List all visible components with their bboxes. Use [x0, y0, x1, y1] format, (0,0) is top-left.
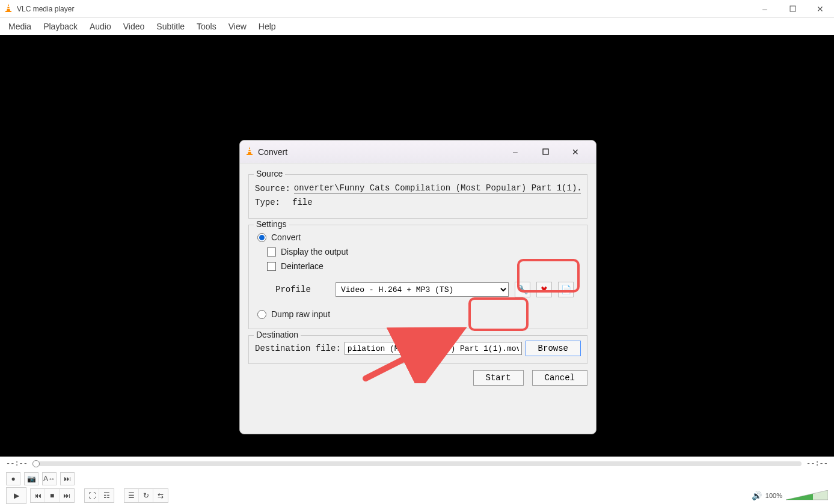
loop-ab-button[interactable]: A↔	[42, 472, 57, 485]
menu-help[interactable]: Help	[253, 20, 282, 33]
source-value: onverter\Funny Cats Compilation (Most Po…	[294, 183, 581, 194]
main-titlebar: VLC media player – ✕	[0, 0, 834, 18]
deinterlace-label: Deinterlace	[281, 261, 323, 271]
snapshot-button[interactable]: 📷	[24, 472, 38, 485]
svg-rect-7	[248, 149, 251, 150]
vlc-cone-icon	[4, 3, 13, 15]
browse-button[interactable]: Browse	[526, 341, 581, 356]
settings-legend: Settings	[254, 219, 289, 229]
cancel-button[interactable]: Cancel	[532, 370, 587, 386]
loop-icon: ↻	[143, 491, 149, 500]
time-elapsed: --:--	[6, 460, 28, 468]
checkbox-icon	[267, 247, 276, 257]
svg-rect-4	[790, 6, 796, 11]
volume-percent: 100%	[765, 492, 782, 499]
menu-bar: Media Playback Audio Video Subtitle Tool…	[0, 18, 834, 35]
profile-label: Profile	[275, 285, 330, 294]
play-button[interactable]: ▶	[6, 487, 26, 504]
time-total: --:--	[806, 460, 828, 468]
menu-tools[interactable]: Tools	[191, 20, 222, 33]
playlist-group: ☰ ↻ ⇆	[124, 488, 168, 503]
convert-radio-label: Convert	[271, 232, 301, 242]
menu-audio[interactable]: Audio	[84, 20, 117, 33]
fullscreen-button[interactable]: ⛶	[85, 489, 99, 502]
main-maximize-button[interactable]	[779, 0, 806, 18]
dialog-title: Convert	[258, 147, 287, 157]
source-label: Source:	[255, 184, 290, 193]
playlist-button[interactable]: ☰	[124, 489, 139, 502]
svg-rect-9	[543, 149, 548, 154]
menu-video[interactable]: Video	[117, 20, 151, 33]
main-window-controls: – ✕	[751, 0, 834, 18]
svg-rect-8	[248, 151, 251, 151]
playback-controls-row: ▶ ⏮ ■ ⏭ ⛶ ☶ ☰ ↻ ⇆ 🔊 100%	[0, 487, 834, 504]
dialog-window-controls: – ✕	[506, 144, 591, 160]
dump-raw-label: Dump raw input	[271, 309, 330, 319]
destination-group: Destination Destination file: Browse	[248, 335, 587, 364]
shuffle-icon: ⇆	[158, 491, 164, 500]
frame-step-icon: ⏭	[64, 475, 71, 483]
settings-group: Settings Convert Display the output Dein…	[248, 225, 587, 329]
loop-button[interactable]: ↻	[139, 489, 153, 502]
shuffle-button[interactable]: ⇆	[153, 489, 168, 502]
menu-playback[interactable]: Playback	[37, 20, 84, 33]
fullscreen-icon: ⛶	[88, 491, 96, 500]
menu-subtitle[interactable]: Subtitle	[150, 20, 191, 33]
skip-back-icon: ⏮	[34, 491, 41, 500]
equalizer-icon: ☶	[103, 491, 110, 500]
playlist-icon: ☰	[128, 491, 135, 500]
type-label: Type:	[255, 198, 280, 207]
destination-file-input[interactable]	[345, 342, 522, 355]
convert-dialog: Convert – ✕ Source Source: onverter\Funn…	[239, 140, 596, 434]
svg-marker-13	[786, 494, 813, 500]
type-value: file	[292, 198, 313, 207]
radio-icon	[257, 310, 266, 319]
display-output-checkbox[interactable]: Display the output	[267, 247, 348, 257]
new-profile-icon: 📄	[561, 285, 571, 294]
frame-step-button[interactable]: ⏭	[60, 472, 75, 485]
profile-select[interactable]: Video - H.264 + MP3 (TS)	[336, 282, 509, 297]
stop-icon: ■	[50, 491, 54, 500]
destination-legend: Destination	[254, 330, 301, 339]
speaker-icon[interactable]: 🔊	[752, 491, 762, 500]
dump-raw-radio[interactable]: Dump raw input	[257, 309, 330, 319]
stop-button[interactable]: ■	[45, 489, 60, 502]
source-legend: Source	[254, 169, 285, 178]
video-area: Convert – ✕ Source Source: onverter\Funn…	[0, 35, 834, 457]
seek-row: --:-- --:--	[0, 457, 834, 470]
new-profile-button[interactable]: 📄	[558, 282, 574, 297]
camera-icon: 📷	[27, 475, 36, 483]
menu-view[interactable]: View	[222, 20, 253, 33]
app-title: VLC media player	[17, 5, 74, 13]
record-button[interactable]: ●	[6, 472, 20, 485]
volume-control: 🔊 100%	[752, 490, 828, 501]
start-button[interactable]: Start	[473, 370, 524, 386]
main-minimize-button[interactable]: –	[751, 0, 779, 18]
extended-settings-button[interactable]: ☶	[99, 489, 114, 502]
checkbox-icon	[267, 262, 276, 271]
volume-slider[interactable]	[786, 490, 828, 501]
convert-radio[interactable]: Convert	[257, 232, 301, 242]
dialog-close-button[interactable]: ✕	[566, 144, 585, 160]
dialog-minimize-button[interactable]: –	[506, 144, 525, 160]
x-icon: ✖	[541, 285, 548, 294]
delete-profile-button[interactable]: ✖	[536, 282, 552, 297]
wrench-icon: 🔧	[518, 285, 528, 294]
svg-rect-2	[7, 6, 10, 7]
deinterlace-checkbox[interactable]: Deinterlace	[267, 261, 323, 271]
dialog-titlebar[interactable]: Convert – ✕	[240, 141, 596, 163]
seek-slider[interactable]	[32, 461, 802, 466]
edit-profile-button[interactable]: 🔧	[515, 282, 530, 297]
svg-rect-1	[5, 11, 11, 12]
main-close-button[interactable]: ✕	[806, 0, 834, 18]
skip-group: ⏮ ■ ⏭	[30, 488, 75, 503]
display-output-label: Display the output	[281, 247, 348, 257]
menu-media[interactable]: Media	[2, 20, 37, 33]
prev-button[interactable]: ⏮	[31, 489, 45, 502]
vlc-cone-icon	[245, 146, 254, 158]
svg-rect-3	[7, 8, 10, 8]
next-button[interactable]: ⏭	[60, 489, 74, 502]
dialog-maximize-button[interactable]	[536, 144, 555, 160]
loop-ab-icon: A↔	[43, 475, 55, 483]
seek-thumb-icon	[32, 460, 40, 467]
